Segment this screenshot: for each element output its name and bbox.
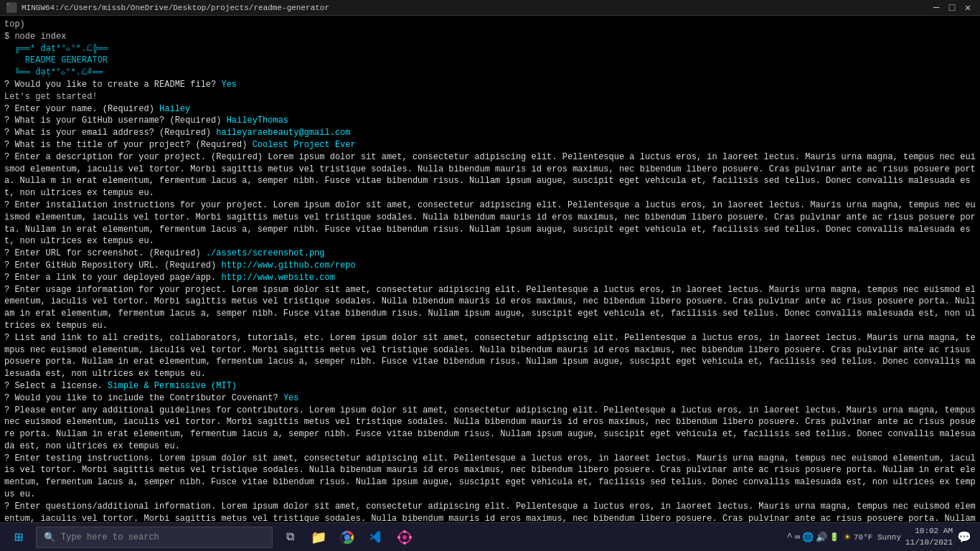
maximize-button[interactable]: □ xyxy=(946,1,958,14)
terminal-line: top) xyxy=(4,19,976,31)
terminal-line: ? Would you like to create a README file… xyxy=(4,79,976,91)
terminal-line: ? Enter a description for your project. … xyxy=(4,151,976,199)
terminal-line: ? Enter GitHub Repository URL. (Required… xyxy=(4,260,976,272)
terminal-icon: ⬛ xyxy=(6,2,17,14)
svg-point-1 xyxy=(344,534,350,540)
terminal-line: ? What is your email address? (Required)… xyxy=(4,127,976,139)
weather-text: 70°F Sunny xyxy=(854,533,901,542)
task-view-button[interactable]: ⧉ xyxy=(277,524,303,550)
terminal-line: ? Enter testing instructions. Lorem ipsu… xyxy=(4,453,976,501)
tray-icons: ^ ⌨ 🌐 🔊 🔋 xyxy=(787,532,840,543)
titlebar-title: MINGW64:/c/Users/missb/OneDrive/Desktop/… xyxy=(22,4,329,12)
windows-icon: ⊞ xyxy=(14,528,23,546)
terminal-line: ? Enter URL for screenshot. (Required) .… xyxy=(4,248,976,260)
clock-date: 11/10/2021 xyxy=(905,537,953,548)
terminal-line: ╔══* ḋạṭ*°ℴ°*.ℒ╠══ xyxy=(4,43,976,55)
system-tray: ^ ⌨ 🌐 🔊 🔋 ☀ 70°F Sunny 10:02 AM 11/10/20… xyxy=(781,526,977,548)
search-placeholder: Type here to search xyxy=(61,532,159,542)
svg-point-6 xyxy=(397,536,400,539)
minimize-button[interactable]: ─ xyxy=(930,1,943,14)
terminal-line: ? Enter a link to your deployed page/app… xyxy=(4,272,976,284)
terminal-line: ? Enter installation instructions for yo… xyxy=(4,199,976,248)
terminal-line: ? List and link to all credits, collabor… xyxy=(4,332,976,380)
terminal-line: ? Would you like to include the Contribu… xyxy=(4,392,976,405)
terminal-line: ? Enter usage information for your proje… xyxy=(4,284,976,332)
taskbar: ⊞ 🔍 Type here to search ⧉ 📁 ^ ⌨ 🌐 🔊 🔋 ☀ … xyxy=(0,522,980,551)
chrome-button[interactable] xyxy=(334,524,360,550)
titlebar: ⬛ MINGW64:/c/Users/missb/OneDrive/Deskto… xyxy=(0,0,980,16)
tray-chevron[interactable]: ^ xyxy=(787,532,793,542)
titlebar-left: ⬛ MINGW64:/c/Users/missb/OneDrive/Deskto… xyxy=(6,2,329,14)
terminal-line: ? Select a license. Simple & Permissive … xyxy=(4,380,976,392)
svg-point-7 xyxy=(409,536,412,539)
terminal-line: ? Please enter any additional guidelines… xyxy=(4,405,976,453)
svg-point-4 xyxy=(403,530,406,533)
notification-button[interactable]: 💬 xyxy=(957,530,971,545)
terminal-line: ? What is the title of your project? (Re… xyxy=(4,139,976,151)
clock-time: 10:02 AM xyxy=(905,526,953,537)
tray-keyboard[interactable]: ⌨ xyxy=(795,532,801,543)
terminal-line: ? Enter your name. (Required) Hailey xyxy=(4,103,976,116)
tray-battery[interactable]: 🔋 xyxy=(829,532,839,542)
tray-network[interactable]: 🌐 xyxy=(802,532,814,543)
terminal-line: $ node index xyxy=(4,31,976,43)
titlebar-controls: ─ □ ✕ xyxy=(930,1,974,14)
terminal-line: ╚══ ḋạṭ*°ℴ°*.ℒ╝══ xyxy=(4,67,976,79)
weather-display: ☀ 70°F Sunny xyxy=(844,530,901,545)
close-button[interactable]: ✕ xyxy=(961,1,974,14)
terminal-line: Let's get started! xyxy=(4,91,976,103)
start-button[interactable]: ⊞ xyxy=(3,524,34,550)
app5-button[interactable] xyxy=(392,524,418,550)
sun-icon: ☀ xyxy=(844,530,851,545)
file-explorer-button[interactable]: 📁 xyxy=(306,524,331,550)
svg-point-5 xyxy=(403,542,406,545)
terminal-line: ? What is your GitHub username? (Require… xyxy=(4,115,976,127)
svg-point-3 xyxy=(402,535,407,540)
terminal-window: top)$ node index ╔══* ḋạṭ*°ℴ°*.ℒ╠══ READ… xyxy=(0,16,980,522)
clock[interactable]: 10:02 AM 11/10/2021 xyxy=(905,526,953,548)
terminal-line: README GENERATOR xyxy=(4,55,976,67)
tray-sound[interactable]: 🔊 xyxy=(816,532,827,543)
search-bar[interactable]: 🔍 Type here to search xyxy=(36,527,273,548)
terminal-line: ? Enter questions/additional information… xyxy=(4,501,976,522)
taskbar-app-icons: ⧉ 📁 xyxy=(277,524,418,550)
search-icon: 🔍 xyxy=(44,532,55,543)
vscode-button[interactable] xyxy=(363,524,389,550)
